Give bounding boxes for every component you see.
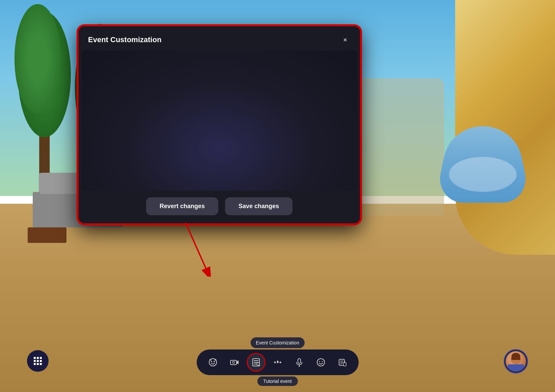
emoji-button[interactable] <box>311 353 330 372</box>
tutorial-event-label: Tutorial event <box>257 376 298 386</box>
close-button[interactable]: × <box>340 34 351 45</box>
wood-wall-right <box>455 0 555 255</box>
camera-button[interactable] <box>225 353 244 372</box>
main-toolbar <box>197 349 359 375</box>
event-customization-button[interactable] <box>247 353 266 372</box>
dialog-content-area <box>81 51 357 191</box>
more-button[interactable] <box>268 353 287 372</box>
more-icon <box>273 358 282 367</box>
svg-point-4 <box>214 361 215 362</box>
svg-point-14 <box>274 362 276 363</box>
reactions-icon <box>208 358 218 367</box>
reactions-button[interactable] <box>203 353 222 372</box>
svg-point-16 <box>279 362 281 363</box>
share-button[interactable] <box>333 353 352 372</box>
svg-point-23 <box>322 361 323 362</box>
toolbar-tooltip: Event Customization <box>250 337 304 348</box>
svg-point-15 <box>277 362 278 363</box>
svg-point-22 <box>319 361 320 362</box>
user-avatar-button[interactable] <box>504 349 528 373</box>
toolbar-inner <box>197 349 359 375</box>
save-changes-button[interactable]: Save changes <box>225 197 293 215</box>
share-icon <box>338 358 347 367</box>
tree-left <box>11 20 78 176</box>
dialog-title: Event Customization <box>88 35 162 44</box>
coffee-table <box>28 227 66 243</box>
microphone-icon <box>295 358 304 367</box>
svg-line-13 <box>259 365 260 366</box>
svg-rect-5 <box>230 360 237 365</box>
avatar-face <box>506 351 526 371</box>
svg-rect-29 <box>343 363 346 366</box>
grid-icon <box>34 357 42 365</box>
svg-rect-18 <box>298 359 301 363</box>
grid-button[interactable] <box>27 350 49 372</box>
revert-changes-button[interactable]: Revert changes <box>146 197 218 215</box>
emoji-icon <box>316 358 325 367</box>
svg-point-7 <box>232 361 234 363</box>
svg-point-3 <box>211 361 212 362</box>
svg-marker-17 <box>277 360 279 362</box>
svg-point-21 <box>317 359 325 366</box>
dialog-footer: Revert changes Save changes <box>79 191 360 223</box>
event-customization-dialog: Event Customization × Revert changes Sav… <box>78 25 361 224</box>
microphone-button[interactable] <box>290 353 309 372</box>
camera-icon <box>230 358 239 367</box>
svg-marker-20 <box>298 366 300 367</box>
dialog-header: Event Customization × <box>79 26 360 51</box>
customization-icon <box>252 358 260 367</box>
